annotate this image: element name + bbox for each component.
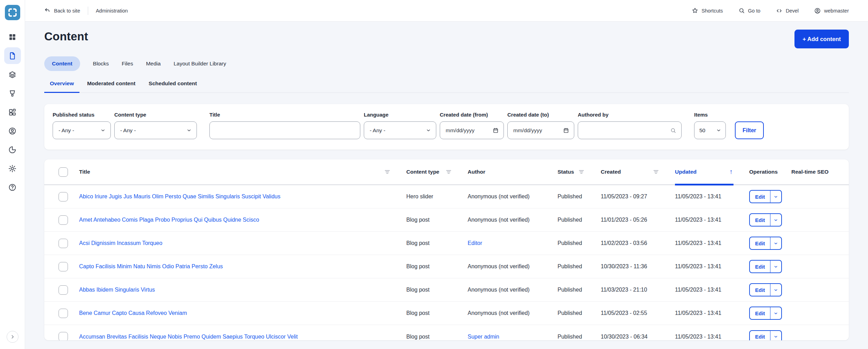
sidebar-item-appearance[interactable] [4,85,21,102]
edit-dropdown-toggle[interactable] [770,261,781,272]
devel-link[interactable]: Devel [776,7,799,14]
sidebar-collapse-button[interactable] [7,331,18,343]
row-title-link[interactable]: Abico Iriure Jugis Jus Mauris Olim Perst… [79,193,281,200]
edit-button[interactable]: Edit [750,307,770,319]
edit-button[interactable]: Edit [750,261,770,272]
tab-moderated-content[interactable]: Moderated content [82,80,141,93]
edit-button[interactable]: Edit [750,331,770,341]
language-value: - Any - [370,127,385,134]
row-author: Anonymous (not verified) [468,193,530,200]
edit-dropbutton: Edit [749,283,782,296]
row-created: 10/30/2023 - 06:34 [601,334,647,340]
table-header-row: Title Content type Author [44,159,849,185]
column-header-author[interactable]: Author [459,169,549,175]
row-author: Anonymous (not verified) [468,310,530,316]
row-author-link[interactable]: Super admin [468,334,499,340]
code-icon [776,7,783,14]
row-checkbox[interactable] [59,262,68,271]
blocks-icon [8,108,17,117]
tab-media[interactable]: Media [146,61,161,67]
title-filter-input[interactable] [209,121,360,139]
add-content-button[interactable]: + Add content [794,30,849,48]
row-title-link[interactable]: Amet Antehabeo Comis Plaga Probo Propriu… [79,217,259,223]
created-from-input[interactable]: mm/dd/yyyy [440,121,504,139]
column-header-status[interactable]: Status [549,169,592,175]
back-to-site-label: Back to site [54,8,80,14]
edit-dropdown-toggle[interactable] [770,237,781,249]
dashboard-icon [8,33,17,41]
user-label: webmaster [824,8,849,14]
tab-content[interactable]: Content [44,56,80,71]
row-updated: 11/05/2023 - 13:41 [675,193,721,200]
tab-layout-builder-library[interactable]: Layout Builder Library [174,61,226,67]
row-checkbox[interactable] [59,309,68,318]
table-row: Amet Antehabeo Comis Plaga Probo Propriu… [44,208,849,232]
chevron-down-icon [186,128,192,133]
main-area: Back to site Administration Shortcuts Go… [25,0,868,349]
items-select[interactable]: 50 [694,121,726,139]
row-updated: 11/05/2023 - 13:41 [675,240,721,246]
filter-button[interactable]: Filter [735,121,764,139]
content-type-header-label: Content type [406,169,439,175]
column-header-content-type[interactable]: Content type [398,169,459,175]
edit-dropdown-toggle[interactable] [770,331,781,341]
tab-scheduled-content[interactable]: Scheduled content [143,80,203,93]
row-checkbox[interactable] [59,332,68,340]
edit-dropdown-toggle[interactable] [770,191,781,203]
created-to-input[interactable]: mm/dd/yyyy [507,121,574,139]
row-status: Published [558,287,582,293]
sidebar-item-reports[interactable] [4,141,21,158]
row-title-link[interactable]: Acsi Dignissim Incassum Torqueo [79,240,162,246]
row-title-link[interactable]: Accumsan Brevitas Facilisis Neque Nobis … [79,334,298,340]
table-row: Abbas Ibidem Singularis Virtus Blog post… [44,278,849,302]
sidebar-item-dashboard[interactable] [4,29,21,45]
column-header-updated[interactable]: Updated ↑ [666,168,740,176]
user-menu[interactable]: webmaster [814,7,849,14]
edit-dropdown-toggle[interactable] [770,284,781,296]
edit-button[interactable]: Edit [750,237,770,249]
sidebar-item-help[interactable] [4,179,21,196]
row-title-link[interactable]: Abbas Ibidem Singularis Virtus [79,287,155,293]
goto-link[interactable]: Go to [738,7,760,14]
edit-dropdown-toggle[interactable] [770,307,781,319]
table-row: Capto Facilisis Minim Natu Nimis Odio Pa… [44,255,849,278]
tab-blocks[interactable]: Blocks [93,61,109,67]
edit-button[interactable]: Edit [750,191,770,203]
edit-button[interactable]: Edit [750,214,770,226]
content-type-select[interactable]: - Any - [114,121,197,139]
page-title: Content [44,30,88,43]
row-author-link[interactable]: Editor [468,240,482,246]
row-checkbox[interactable] [59,239,68,248]
chevron-down-icon [774,241,778,246]
sidebar-item-structure[interactable] [4,66,21,83]
tab-files[interactable]: Files [122,61,133,67]
row-content-type: Blog post [406,310,430,316]
language-select[interactable]: - Any - [364,121,436,139]
column-header-title[interactable]: Title [70,169,398,175]
tab-overview[interactable]: Overview [44,80,79,93]
column-header-created[interactable]: Created [592,169,666,175]
sidebar-item-extend[interactable] [4,104,21,120]
edit-button[interactable]: Edit [750,284,770,296]
row-checkbox[interactable] [59,192,68,201]
back-to-site-link[interactable]: Back to site [44,7,80,14]
authored-by-input[interactable] [578,121,682,139]
row-checkbox[interactable] [59,285,68,295]
site-logo[interactable] [5,5,20,20]
row-title-link[interactable]: Capto Facilisis Minim Natu Nimis Odio Pa… [79,263,223,270]
row-title-link[interactable]: Bene Camur Capto Causa Refoveo Veniam [79,310,187,316]
sidebar-item-configuration[interactable] [4,160,21,177]
title-header-label: Title [79,169,90,175]
row-checkbox[interactable] [59,215,68,225]
shortcuts-link[interactable]: Shortcuts [692,7,723,14]
row-author: Anonymous (not verified) [468,263,530,270]
gear-icon [8,164,17,173]
chevron-down-icon [774,288,778,292]
edit-dropdown-toggle[interactable] [770,214,781,226]
sidebar-item-content[interactable] [4,47,21,64]
row-created: 11/02/2023 - 03:56 [601,240,647,246]
published-status-select[interactable]: - Any - [53,121,111,139]
calendar-icon [563,127,569,133]
sidebar-item-people[interactable] [4,122,21,139]
select-all-checkbox[interactable] [59,167,68,177]
